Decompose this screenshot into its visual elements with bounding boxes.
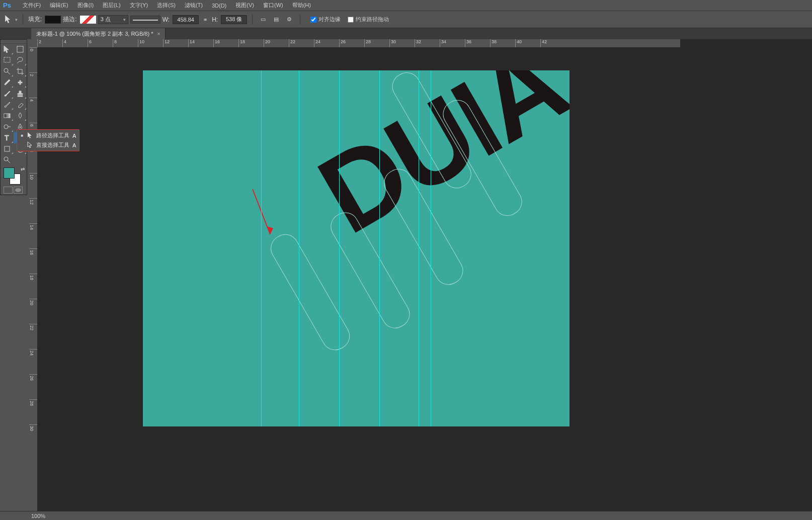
eyedropper-tool[interactable] <box>1 77 14 88</box>
separator <box>300 15 300 25</box>
close-icon[interactable]: × <box>157 31 160 37</box>
svg-rect-9 <box>5 146 10 151</box>
marquee-tool[interactable] <box>1 55 14 66</box>
svg-text:DUIA: DUIA <box>299 70 570 257</box>
flyout-path-selection[interactable]: ■ 路径选择工具 A <box>17 131 79 140</box>
color-swatches[interactable]: ⇄ <box>1 165 27 186</box>
svg-text:T: T <box>5 134 9 142</box>
healing-tool[interactable] <box>14 77 27 88</box>
menu-help[interactable]: 帮助(H) <box>288 0 315 11</box>
menu-window[interactable]: 窗口(W) <box>259 0 288 11</box>
constrain-drag-label: 约束路径拖动 <box>356 16 389 23</box>
tool-flyout-menu: ■ 路径选择工具 A 直接选择工具 A <box>17 129 79 151</box>
menu-file[interactable]: 文件(F) <box>18 0 45 11</box>
swap-colors-icon[interactable]: ⇄ <box>21 166 25 172</box>
svg-point-6 <box>4 125 8 129</box>
foreground-color[interactable] <box>4 167 15 179</box>
edit-toolbar[interactable] <box>14 154 27 165</box>
guide-vertical[interactable] <box>379 70 380 426</box>
guide-vertical[interactable] <box>339 70 340 426</box>
svg-rect-18 <box>438 96 526 220</box>
path-select-icon <box>27 132 33 139</box>
svg-marker-12 <box>267 226 273 234</box>
dropdown-icon[interactable]: ▾ <box>15 17 18 22</box>
app-logo: Ps <box>3 2 14 10</box>
quick-select-tool[interactable] <box>1 66 14 77</box>
path-select-cursor-icon[interactable] <box>4 15 13 25</box>
path-arrange-icon[interactable]: ▤ <box>271 14 282 25</box>
svg-rect-4 <box>20 80 21 84</box>
svg-rect-17 <box>388 70 476 193</box>
document-title: 未标题-1 @ 100% (圆角矩形 2 副本 3, RGB/8) * <box>36 30 153 38</box>
constrain-drag-check[interactable]: 约束路径拖动 <box>348 16 389 23</box>
direct-select-icon <box>27 142 33 149</box>
link-icon[interactable]: ⚭ <box>201 16 210 23</box>
stroke-swatch[interactable] <box>80 16 96 24</box>
svg-rect-0 <box>17 46 23 52</box>
svg-rect-16 <box>379 164 467 289</box>
brush-tool[interactable] <box>1 88 14 99</box>
crop-tool[interactable] <box>14 66 27 77</box>
svg-rect-14 <box>266 230 354 355</box>
stamp-tool[interactable] <box>14 88 27 99</box>
menu-layer[interactable]: 图层(L) <box>98 0 125 11</box>
flyout-label: 直接选择工具 <box>36 141 69 149</box>
svg-point-2 <box>4 68 8 72</box>
stroke-size-input[interactable]: 3 点 <box>98 15 128 24</box>
zoom-tool[interactable] <box>1 154 14 165</box>
width-input[interactable] <box>173 15 199 24</box>
menu-image[interactable]: 图像(I) <box>73 0 98 11</box>
menu-type[interactable]: 文字(Y) <box>125 0 153 11</box>
stroke-style-dropdown[interactable] <box>130 16 160 24</box>
height-label: H: <box>212 16 218 23</box>
flyout-direct-selection[interactable]: 直接选择工具 A <box>17 140 79 150</box>
ruler-horizontal[interactable]: 24681012141618202224262830323436384042 <box>37 39 680 47</box>
artwork: DUIA <box>143 70 570 426</box>
toolbox: T ⇄ <box>0 39 27 195</box>
fill-swatch[interactable] <box>45 16 61 24</box>
menu-edit[interactable]: 编辑(E) <box>45 0 73 11</box>
menu-select[interactable]: 选择(S) <box>152 0 180 11</box>
artboard-tool[interactable] <box>14 44 27 55</box>
history-brush-tool[interactable] <box>1 99 14 110</box>
stroke-label: 描边: <box>63 15 76 24</box>
lasso-tool[interactable] <box>14 55 27 66</box>
separator <box>252 15 253 25</box>
guide-vertical[interactable] <box>261 70 262 426</box>
type-tool[interactable]: T <box>1 132 14 143</box>
toolbox-grip[interactable] <box>1 40 27 44</box>
options-bar: ▾ 填充: 描边: 3 点 W: ⚭ H: ▭ ▤ ⚙ 对齐边缘 约束路径拖动 <box>0 11 812 28</box>
blur-tool[interactable] <box>14 110 27 121</box>
guide-vertical[interactable] <box>431 70 431 426</box>
canvas-area[interactable]: DUIA <box>37 47 680 511</box>
canvas-wrap: 24681012141618202224262830323436384042 0… <box>29 39 680 511</box>
document-tabs: 未标题-1 @ 100% (圆角矩形 2 副本 3, RGB/8) * × <box>0 28 812 39</box>
dodge-tool[interactable] <box>1 121 14 132</box>
svg-point-10 <box>4 157 8 161</box>
height-input[interactable] <box>221 15 247 24</box>
ruler-vertical[interactable]: 024681012141618202224262830 <box>29 47 37 511</box>
fill-label: 填充: <box>28 15 42 24</box>
eraser-tool[interactable] <box>14 99 27 110</box>
guide-vertical[interactable] <box>299 70 299 426</box>
gradient-tool[interactable] <box>1 110 14 121</box>
document-tab[interactable]: 未标题-1 @ 100% (圆角矩形 2 副本 3, RGB/8) * × <box>31 28 166 39</box>
document[interactable]: DUIA <box>143 70 570 426</box>
width-label: W: <box>163 16 170 23</box>
menu-3d[interactable]: 3D(D) <box>207 1 231 10</box>
right-panels-collapsed[interactable] <box>680 39 812 511</box>
shape-tool[interactable] <box>1 143 14 154</box>
menu-bar: Ps 文件(F) 编辑(E) 图像(I) 图层(L) 文字(Y) 选择(S) 滤… <box>0 0 812 11</box>
zoom-readout[interactable]: 100% <box>31 513 45 519</box>
align-edges-check[interactable]: 对齐边缘 <box>310 16 341 23</box>
svg-rect-1 <box>4 57 10 62</box>
quickmask-toggle[interactable] <box>1 186 27 195</box>
align-edges-label: 对齐边缘 <box>318 16 341 23</box>
move-tool[interactable] <box>1 44 14 55</box>
gear-icon[interactable]: ⚙ <box>284 14 295 25</box>
path-align-icon[interactable]: ▭ <box>258 14 269 25</box>
menu-filter[interactable]: 滤镜(T) <box>180 0 207 11</box>
menu-view[interactable]: 视图(V) <box>231 0 259 11</box>
guide-vertical[interactable] <box>419 70 419 426</box>
separator <box>23 15 23 25</box>
